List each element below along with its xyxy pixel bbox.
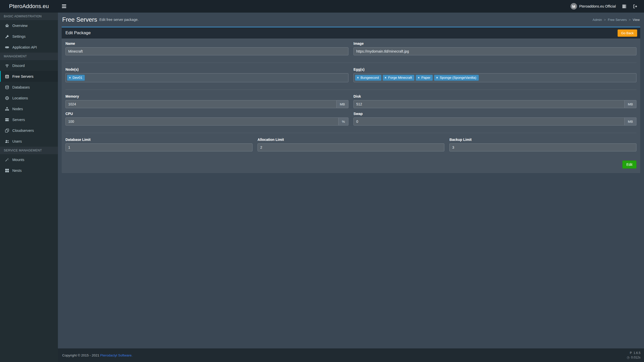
top-navbar: PteroAddons.eu M Pteroaddons.eu Official [0,0,644,13]
name-input[interactable] [65,47,348,55]
divider [65,133,636,133]
sidebar-item-label: Servers [12,118,25,122]
eggs-multiselect[interactable]: × Bungeecord × Forge Minecraft × Paper [353,73,636,82]
server-list-icon [622,4,626,9]
sidebar-item-nodes[interactable]: Nodes [0,103,58,114]
navbar-right: M Pteroaddons.eu Official [567,0,644,13]
selected-egg-tag[interactable]: × Paper [416,75,433,81]
sidebar-item-nests[interactable]: Nests [0,165,58,176]
disk-unit: MB [625,100,636,108]
load-time: 0.012s [631,356,640,359]
eggs-label: Egg(s) [353,67,636,71]
home-icon [5,24,10,28]
version-block: Ᵽ 1.6.5 ◷ 0.012s [627,351,641,360]
image-input[interactable] [353,47,636,55]
swap-label: Swap [353,112,636,116]
server-list-button[interactable] [619,0,630,13]
sidebar-item-application-api[interactable]: Application API [0,42,58,53]
sidebar-item-label: Nests [12,169,22,173]
tag-label: Dev01 [73,76,82,79]
tag-label: Forge Minecraft [388,76,412,79]
go-back-button[interactable]: Go Back [618,29,637,37]
hamburger-icon [62,5,66,8]
copyright-text: Copyright © 2015 - 2021 [62,353,99,357]
memory-input[interactable] [65,100,337,108]
clone-icon [5,129,10,133]
sidebar-item-label: Application API [12,45,37,49]
selected-egg-tag[interactable]: × Bungeecord [355,75,381,81]
sidebar-item-locations[interactable]: Locations [0,93,58,103]
sidebar-item-discord[interactable]: Discord [0,60,58,71]
sidebar-item-label: Locations [12,96,28,100]
allocation-limit-input[interactable] [258,143,445,151]
remove-tag-icon[interactable]: × [385,76,386,79]
cpu-input[interactable] [65,117,339,126]
sidebar-item-mounts[interactable]: Mounts [0,154,58,165]
breadcrumb-free-servers[interactable]: Free Servers [608,18,627,22]
page-subtitle: Edit free server package. [99,18,139,22]
clock-icon: ◷ [627,356,629,359]
breadcrumb-separator: > [629,18,631,22]
database-limit-input[interactable] [65,143,253,151]
edit-button[interactable]: Edit [622,160,636,169]
selected-egg-tag[interactable]: × Sponge (SpongeVanilla) [434,75,479,81]
remove-tag-icon[interactable]: × [357,76,359,79]
sidebar-item-overview[interactable]: Overview [0,20,58,31]
selected-node-tag[interactable]: × Dev01 [67,75,85,81]
edit-package-panel: Edit Package Go Back Name Image [62,27,640,173]
calendar-icon [5,74,10,78]
th-large-icon [5,169,10,173]
memory-label: Memory [65,94,348,98]
sidebar-item-label: Nodes [12,107,23,111]
backup-limit-input[interactable] [449,143,636,151]
nodes-multiselect[interactable]: × Dev01 [65,73,348,82]
wifi-icon [5,64,10,68]
user-menu[interactable]: M Pteroaddons.eu Official [567,0,619,13]
sign-out-icon [633,4,637,9]
panel-heading: Edit Package Go Back [62,27,640,38]
sidebar-item-cloudservers[interactable]: Cloudservers [0,125,58,136]
panel-body: Name Image Node(s) [62,38,640,173]
sidebar-item-servers[interactable]: Servers [0,114,58,125]
sitemap-icon [5,107,10,111]
breadcrumb-admin[interactable]: Admin [593,18,602,22]
sidebar-item-users[interactable]: Users [0,136,58,147]
content-wrapper: Free Servers Edit free server package. A… [58,13,644,348]
sidebar-item-databases[interactable]: Databases [0,82,58,93]
gamepad-icon [5,45,10,49]
sidebar: BASIC ADMINISTRATION Overview Settings A… [0,13,58,362]
disk-label: Disk [353,94,636,98]
version-number: 1.6.5 [633,351,640,355]
backup-limit-label: Backup Limit [449,138,636,142]
avatar: M [570,3,577,10]
cpu-unit: % [339,117,348,126]
page-title: Free Servers [62,16,97,23]
remove-tag-icon[interactable]: × [69,76,71,79]
copyright: Copyright © 2015 - 2021 Pterodactyl Soft… [62,353,132,357]
pterodactyl-software-link[interactable]: Pterodactyl Software. [100,353,132,357]
sidebar-item-free-servers[interactable]: Free Servers [0,71,58,82]
sidebar-item-label: Users [12,139,22,143]
logout-button[interactable] [630,0,640,13]
allocation-limit-label: Allocation Limit [258,138,445,142]
tag-label: Sponge (SpongeVanilla) [440,76,476,79]
panel-title: Edit Package [65,30,91,35]
globe-icon [5,96,10,100]
sidebar-item-label: Discord [12,64,25,68]
sidebar-section-basic-administration: BASIC ADMINISTRATION [0,13,58,20]
brand-logo[interactable]: PteroAddons.eu [0,0,58,13]
sidebar-item-settings[interactable]: Settings [0,31,58,42]
user-name: Pteroaddons.eu Official [579,4,616,8]
remove-tag-icon[interactable]: × [436,76,438,79]
sidebar-section-service-management: SERVICE MANAGEMENT [0,147,58,154]
breadcrumb: Admin > Free Servers > View [593,18,640,22]
remove-tag-icon[interactable]: × [418,76,419,79]
selected-egg-tag[interactable]: × Forge Minecraft [383,75,415,81]
pterodactyl-version-icon: Ᵽ [630,351,632,355]
disk-input[interactable] [353,100,625,108]
cpu-label: CPU [65,112,348,116]
swap-input[interactable] [353,117,625,126]
sidebar-toggle-button[interactable] [58,0,70,13]
tag-label: Bungeecord [361,76,379,79]
nodes-label: Node(s) [65,67,348,71]
